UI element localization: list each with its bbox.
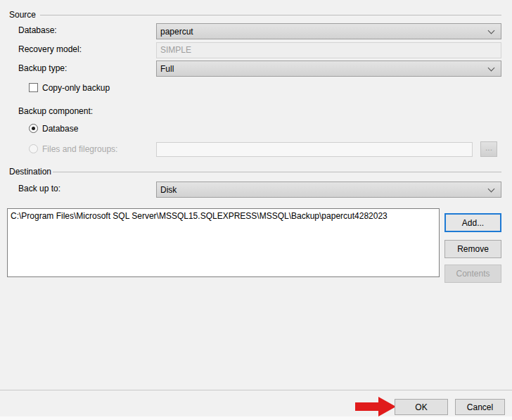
database-dropdown-value: papercut xyxy=(160,27,488,37)
radio-database-label: Database xyxy=(42,124,78,134)
window-bottom-edge xyxy=(0,416,512,420)
back-up-to-dropdown-value: Disk xyxy=(160,185,488,195)
backup-database-dialog: Source Database: papercut Recovery model… xyxy=(0,0,512,420)
backup-type-dropdown[interactable]: Full xyxy=(156,61,501,77)
radio-files-and-filegroups-label: Files and filegroups: xyxy=(42,144,117,154)
recovery-model-field: SIMPLE xyxy=(156,42,501,58)
remove-button[interactable]: Remove xyxy=(444,240,501,258)
source-group-line xyxy=(40,15,501,15)
list-item[interactable]: C:\Program Files\Microsoft SQL Server\MS… xyxy=(8,209,439,223)
recovery-model-label: Recovery model: xyxy=(18,44,82,54)
back-up-to-dropdown[interactable]: Disk xyxy=(156,182,501,198)
files-and-filegroups-field xyxy=(156,142,473,157)
source-group-label: Source xyxy=(9,10,36,20)
destination-group-label: Destination xyxy=(9,167,51,177)
footer-separator xyxy=(0,390,512,390)
chevron-down-icon xyxy=(488,28,494,34)
red-arrow-annotation xyxy=(355,397,396,416)
ok-button[interactable]: OK xyxy=(395,399,448,415)
browse-button: ... xyxy=(480,141,497,157)
add-button[interactable]: Add... xyxy=(444,213,501,232)
database-dropdown[interactable]: papercut xyxy=(156,23,501,39)
database-label: Database: xyxy=(18,25,57,35)
backup-type-label: Backup type: xyxy=(18,63,67,73)
copy-only-backup-label: Copy-only backup xyxy=(42,83,110,93)
copy-only-backup-checkbox[interactable] xyxy=(29,83,38,92)
backup-component-label: Backup component: xyxy=(18,106,93,116)
cancel-button[interactable]: Cancel xyxy=(455,399,505,415)
contents-button: Contents xyxy=(444,265,501,283)
chevron-down-icon xyxy=(488,186,494,193)
back-up-to-label: Back up to: xyxy=(18,184,60,193)
backup-destination-list[interactable]: C:\Program Files\Microsoft SQL Server\MS… xyxy=(7,208,440,277)
radio-files-and-filegroups xyxy=(29,144,38,153)
destination-group-line xyxy=(53,172,501,172)
radio-database[interactable] xyxy=(29,124,38,133)
backup-type-dropdown-value: Full xyxy=(160,64,488,74)
chevron-down-icon xyxy=(488,65,494,72)
